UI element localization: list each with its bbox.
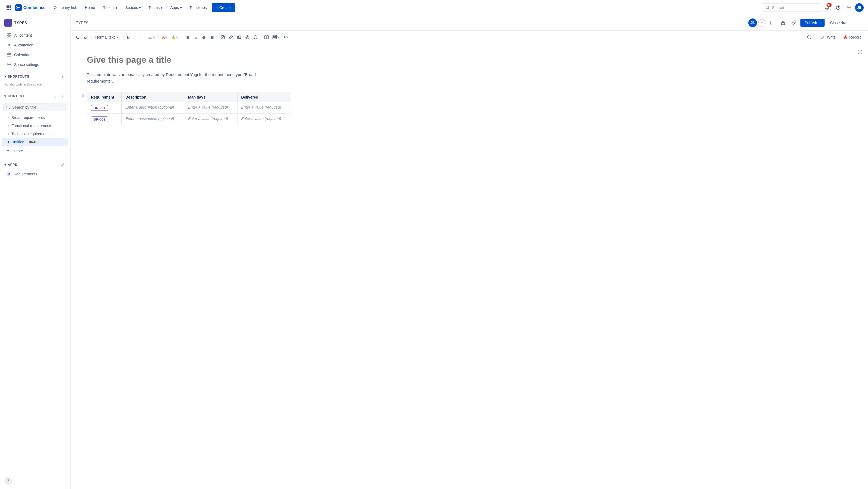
redo-button[interactable] bbox=[82, 33, 90, 41]
confluence-logo[interactable]: Confluence bbox=[15, 4, 45, 11]
sidebar-nav-functional-requirements[interactable]: Functional requirements bbox=[2, 122, 68, 129]
sidebar-nav-broad-requirements[interactable]: Broad requirements bbox=[2, 114, 68, 121]
requirement-badge-br001[interactable]: BR-001 bbox=[91, 105, 108, 111]
svg-point-30 bbox=[246, 36, 249, 39]
publish-button[interactable]: Publish... bbox=[800, 19, 825, 27]
sidebar-item-space-settings[interactable]: Space settings bbox=[2, 60, 68, 69]
nav-home[interactable]: Home bbox=[82, 4, 98, 11]
svg-point-31 bbox=[247, 37, 248, 38]
bullet-list-button[interactable] bbox=[184, 33, 191, 41]
help-button[interactable] bbox=[833, 3, 843, 12]
apps-edit-button[interactable] bbox=[59, 161, 66, 168]
numbered-list-button[interactable] bbox=[192, 33, 199, 41]
text-color-button[interactable]: A bbox=[160, 33, 169, 41]
align-button[interactable] bbox=[147, 33, 157, 41]
shortcuts-add-button[interactable]: + bbox=[59, 73, 66, 80]
toolbar-right: Write Record bbox=[805, 33, 865, 41]
italic-button[interactable]: I bbox=[132, 33, 136, 41]
content-filter-button[interactable] bbox=[52, 93, 58, 99]
desc-cell-2[interactable]: Enter a description (optional) bbox=[122, 114, 184, 125]
sidebar-nav-technical-requirements[interactable]: Technical requirements bbox=[2, 130, 68, 137]
table-button[interactable] bbox=[271, 33, 281, 41]
toolbar-separator-7 bbox=[261, 34, 261, 40]
functional-requirements-label: Functional requirements bbox=[11, 124, 52, 128]
sidebar-item-calendars[interactable]: Calendars bbox=[2, 50, 68, 59]
apps-toggle[interactable]: ▾ Apps bbox=[4, 163, 17, 167]
nav-teams[interactable]: Teams ▾ bbox=[146, 4, 165, 11]
shortcuts-actions: + bbox=[59, 73, 66, 80]
record-button[interactable]: Record bbox=[840, 33, 865, 41]
svg-rect-0 bbox=[6, 5, 8, 7]
search-in-page-icon bbox=[807, 35, 811, 39]
shortcuts-toggle[interactable]: ▾ Shortcuts bbox=[4, 75, 29, 79]
more-options-button[interactable]: ··· bbox=[854, 19, 863, 27]
close-draft-button[interactable]: Close draft bbox=[827, 19, 852, 27]
mention-button[interactable] bbox=[244, 33, 251, 41]
technical-requirements-label: Technical requirements bbox=[11, 132, 51, 136]
content-toggle[interactable]: ▾ Content bbox=[4, 94, 24, 98]
search-in-page-button[interactable] bbox=[805, 33, 813, 41]
notifications-button[interactable]: 9+ bbox=[823, 3, 832, 12]
indent-button[interactable] bbox=[208, 33, 216, 41]
desc-cell-1[interactable]: Enter a description (optional) bbox=[122, 102, 184, 114]
nav-templates[interactable]: Templates bbox=[187, 4, 210, 11]
breadcrumb: TYPES bbox=[76, 21, 89, 25]
desc-placeholder-2: Enter a description (optional) bbox=[125, 117, 174, 121]
delivered-cell-1[interactable]: Enter a value (required) bbox=[237, 102, 290, 114]
sidebar-calendars-label: Calendars bbox=[14, 53, 31, 57]
nav-spaces[interactable]: Spaces ▾ bbox=[122, 4, 144, 11]
requirement-badge-br002[interactable]: BR-002 bbox=[91, 117, 108, 122]
redo-icon bbox=[84, 35, 88, 39]
untitled-draft-label: Untitled bbox=[11, 140, 24, 144]
task-button[interactable] bbox=[219, 33, 227, 41]
bold-button[interactable]: B bbox=[125, 33, 131, 41]
man-days-cell-1[interactable]: Enter a value (required) bbox=[184, 102, 237, 114]
sidebar-item-all-content[interactable]: All content bbox=[2, 31, 68, 40]
columns-button[interactable] bbox=[263, 33, 270, 41]
global-search-box[interactable]: Search bbox=[762, 3, 821, 12]
emoji-button[interactable] bbox=[252, 33, 259, 41]
more-format-button[interactable]: ··· bbox=[137, 33, 143, 41]
man-days-cell-2[interactable]: Enter a value (required) bbox=[184, 114, 237, 125]
help-button[interactable]: ? bbox=[4, 477, 12, 485]
col-requirement: Requirement bbox=[87, 92, 122, 102]
sidebar-apps-requirements[interactable]: Requirements bbox=[2, 170, 68, 178]
add-collaborator-button[interactable]: + bbox=[758, 19, 766, 27]
topbar-right: JB + bbox=[748, 19, 863, 27]
sidebar-space-settings-label: Space settings bbox=[14, 62, 39, 67]
share-link-button[interactable] bbox=[789, 19, 798, 27]
nav-company-hub[interactable]: Company hub bbox=[51, 4, 80, 11]
content-add-button[interactable]: + bbox=[59, 93, 66, 99]
settings-button[interactable] bbox=[844, 3, 854, 12]
sidebar-item-automation[interactable]: Automation bbox=[2, 40, 68, 50]
highlight-button[interactable] bbox=[169, 33, 180, 41]
restrict-button[interactable] bbox=[779, 19, 787, 27]
image-button[interactable] bbox=[235, 33, 243, 41]
req-cell-2[interactable]: BR-002 bbox=[87, 114, 122, 125]
undo-button[interactable] bbox=[74, 33, 82, 41]
nav-recent[interactable]: Recent ▾ bbox=[100, 4, 120, 11]
sidebar-create-button[interactable]: + Create bbox=[2, 146, 68, 155]
req-cell-1[interactable]: BR-001 bbox=[87, 102, 122, 114]
write-mode-button[interactable]: Write bbox=[817, 33, 839, 41]
grid-menu-icon[interactable] bbox=[4, 3, 13, 12]
pencil-icon bbox=[61, 163, 65, 167]
nav-apps[interactable]: Apps ▾ bbox=[167, 4, 185, 11]
comment-button[interactable] bbox=[768, 19, 777, 27]
collaborator-avatar-jb[interactable]: JB bbox=[748, 19, 757, 27]
page-title-input[interactable] bbox=[87, 55, 852, 65]
insert-button[interactable]: + bbox=[282, 33, 290, 41]
search-by-title-icon bbox=[6, 105, 10, 109]
search-by-title-input[interactable]: Search by title bbox=[3, 103, 67, 111]
user-avatar[interactable]: JB bbox=[855, 3, 864, 12]
expand-handle[interactable] bbox=[857, 50, 863, 56]
sidebar-nav-untitled-draft[interactable]: Untitled DRAFT bbox=[2, 138, 68, 146]
delivered-cell-2[interactable]: Enter a value (required) bbox=[237, 114, 290, 125]
search-placeholder-text: Search bbox=[772, 5, 784, 10]
link-button[interactable] bbox=[227, 33, 235, 41]
outdent-button[interactable] bbox=[200, 33, 207, 41]
content-area: TYPES JB + bbox=[70, 15, 868, 489]
text-style-dropdown[interactable]: Normal text bbox=[93, 33, 122, 41]
create-button[interactable]: + Create bbox=[212, 3, 235, 12]
table-drag-handle[interactable]: ⠿ bbox=[82, 93, 85, 98]
